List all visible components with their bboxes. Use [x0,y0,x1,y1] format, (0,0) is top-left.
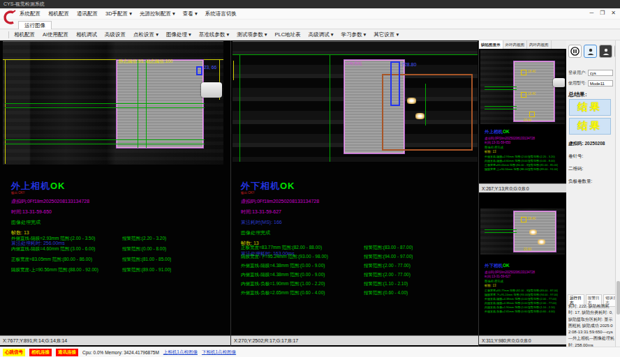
guide-line [146,60,147,148]
process-done-line: 图像处理完成 [485,280,558,283]
process-done-line: 图像处理完成 [485,146,558,149]
result-status: OK [503,263,510,268]
toolbar-item[interactable]: 测试项参数 ▾ [237,31,267,38]
negative-roll-count-label: 负极卷数量: [568,179,592,185]
measure-rect [390,61,400,106]
camera-name: 外上相机 [485,129,503,134]
menu-item[interactable]: 相机配置 [48,10,69,17]
algo-time-line: 算法耗时(MS): 166 [241,219,319,226]
toolbar-item[interactable]: 其它设置 ▾ [374,31,399,38]
measurement-value: 内侧直线-负极=1.90mm 范围:(1.00 - 2.20) [241,279,364,288]
toolbar-item[interactable]: 基准线参数 ▾ [199,31,229,38]
guide-line [232,54,478,55]
thumb-tab-outer[interactable]: 外环内视图 [503,40,528,49]
thumb-tab-inner[interactable]: 内环内视图 [527,40,552,49]
toolbar-item[interactable]: 高级调试 ▾ [309,31,334,38]
toolbar-item[interactable]: 相机调试 [76,31,97,38]
toolbar-item[interactable]: 相机配置 [14,31,35,38]
app-logo-icon [2,9,16,26]
thumbnail-1-coord-bar: X:267;Y:13;R:0;G:0;B:0 [479,183,566,192]
window-controls: ─ ❐ ✕ [589,10,616,16]
middle-camera-image[interactable]: AI检测框 728.80 [232,41,478,162]
connector-part [201,82,222,98]
defect-label: 18.40 [528,70,536,73]
close-icon[interactable]: ✕ [611,10,616,16]
user-button[interactable] [584,45,597,58]
toolbar-item[interactable]: 高级设置 [105,31,126,38]
pixel-coords: X:267;Y:13;R:0;G:0;B:0 [482,186,529,191]
menu-bar: 系统配置相机配置通讯配置3D手配置 ▾光源控制配置 ▾查看 ▾系统语言切换 ─ … [0,8,620,20]
login-user-input[interactable] [588,70,613,76]
middle-camera-panel: AI检测框 728.80 外下相机OK 输出:OK!! 虚拟码:0Ff1lim2… [231,40,479,347]
thumbnail-column: 缺陷图显示 外环内视图 内环内视图 18.40 16.40 23.60 [479,40,566,347]
guide-line [330,54,330,162]
thumbnail-1-text: 外上相机OK 虚拟码:0Ff1lim20250208133134728 时间:1… [485,129,558,172]
toolbar: 相机配置AI使用配置相机调试高级设置点检设置 ▾图像处理 ▾基准线参数 ▾测试项… [0,29,620,40]
scrollbar-thumb[interactable] [617,281,620,314]
defect-box [529,112,535,117]
menu-item[interactable]: 查看 ▾ [183,10,198,17]
camera-result-title: 外下相机OK [485,263,558,269]
user-settings-icon [602,47,610,56]
pause-button[interactable] [568,45,582,58]
alarm-range: 报警范围:(2.00 - 77.00) [364,270,411,279]
log-text: 耗时: 222, 缺陷检测耗时: 17, 缺陷分类耗时: 0, 缺陷提取分区耗时… [568,303,614,349]
measurement-row: 外侧直线-负极=2.65mm 范围:(0.60 - 4.00) 报警范围:(0.… [485,310,558,314]
guide-line [485,109,517,109]
sidebar-scrollbar[interactable] [615,40,620,347]
thumbnail-1[interactable]: 18.40 16.40 23.60 外上相机OK 虚拟码:0Ff1lim2025… [479,49,566,193]
toolbar-item[interactable]: PLC地址表 [275,31,301,38]
process-done-line: 图像处理完成 [241,229,319,236]
time-line: 时间:13-31-59-627 [485,275,558,278]
lower-camera-check-link[interactable]: 下相机1点检图像 [202,349,236,356]
reflection-spot [538,239,545,245]
toolbar-item[interactable]: 点检设置 ▾ [133,31,158,38]
qr-code-label: 二维码: [568,166,583,172]
reflection-spot [529,229,537,235]
toolbar-item[interactable]: 学习参数 ▾ [341,31,366,38]
maximize-icon[interactable]: ❐ [600,10,605,16]
defect-label: 16.40 [528,92,536,96]
time-line: 时间:13-31-59-650 [11,208,89,215]
alarm-range: 报警范围:(0.00 - 8.00) [122,243,166,254]
alarm-range: 报警范围:(2.20 - 3.20) [122,233,166,243]
time-line: 时间:13-31-59-650 [485,141,558,144]
menu-item[interactable]: 系统语言切换 [205,10,237,17]
camera-name: 外上相机 [11,181,50,191]
user-settings-button[interactable] [599,45,612,58]
guide-line [5,144,205,144]
toolbar-item[interactable]: 图像处理 ▾ [166,31,191,38]
defect-label: 18.40 [528,217,536,220]
result-box-text: 结果 [577,120,603,132]
ai-box-label: AI检测框 [346,61,362,67]
measurement-value: 隔膜宽度-上=90.56mm 范围:(88.00 - 92.00) [485,167,528,172]
menu-item[interactable]: 系统配置 [20,10,40,17]
model-field: 使用型号: [568,80,613,86]
menu-item[interactable]: 3D手配置 ▾ [105,10,132,17]
pixel-coords: X:270;Y:2502;R:17;G:17;B:17 [234,338,298,343]
upper-camera-check-link[interactable]: 上相机1点检图像 [163,349,198,356]
measurement-value: 外侧直线-负极=2.65mm 范围:(0.60 - 4.00) [485,310,528,314]
measurement-row: 隔膜宽度-上=90.56mm 范围:(88.00 - 92.00) 报警范围:(… [485,167,558,172]
toolbar-item[interactable]: AI使用配置 [43,31,68,38]
measurement-value: 内侧直线-隔膜=4.60mm 范围:(3.00 - 6.00) [11,243,122,254]
measurement-value: 隔膜宽度-上=90.56mm 范围:(88.00 - 92.00) [11,264,122,275]
reflection-spot [407,98,416,104]
alarm-range: 报警范围:(0.60 - 4.00) [364,288,408,297]
frame-count-line: 帧数: 13 [485,284,558,287]
guide-line [485,89,517,90]
model-input[interactable] [588,80,613,86]
thumbnail-2[interactable]: 18.40 23.60 外下相机OK 虚拟码:0Ff1lim2025020813… [479,193,566,347]
measurement-row: 正极宽度=83.77mm 范围:(82.00 - 88.00) 报警范围:(83… [241,243,477,252]
menu-item[interactable]: 通讯配置 [77,10,98,17]
left-camera-image[interactable]: 23, 66 静态阈值:93, 动态阈值:100 [3,41,223,165]
pixel-coords: X:311;Y:980;R:0;G:0;B:0 [482,338,531,343]
process-done-line: 图像处理完成 [11,219,89,226]
minimize-icon[interactable]: ─ [589,10,593,16]
thumb-tab-defect[interactable]: 缺陷图显示 [479,40,503,49]
measurement-row: 内侧直线-隔膜=4.38mm 范围:(0.00 - 9.00) 报警范围:(2.… [241,270,477,279]
barcode-line: 虚拟码:0Ff1lim20250208133134728 [485,271,558,274]
measurement-value: 正极宽度=83.05mm 范围:(80.00 - 86.00) [11,254,122,264]
pin-number-label: 卷针号: [568,153,583,160]
menu-item[interactable]: 光源控制配置 ▾ [140,10,175,17]
